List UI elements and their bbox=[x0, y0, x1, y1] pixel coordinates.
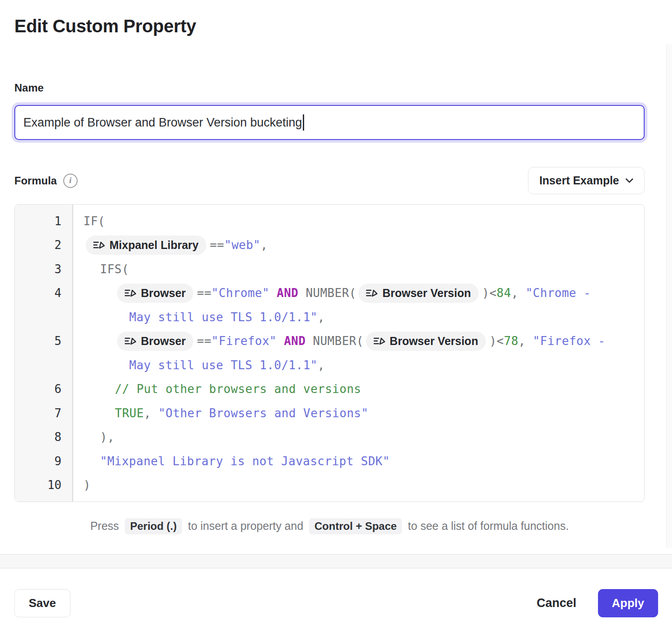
property-pill-label: Browser Version bbox=[382, 287, 471, 300]
property-pill[interactable]: Browser bbox=[117, 332, 193, 351]
code-line: May still use TLS 1.0/1.1", bbox=[129, 310, 325, 324]
name-input[interactable]: Example of Browser and Browser Version b… bbox=[14, 105, 645, 140]
scrollbar-track[interactable] bbox=[666, 44, 672, 548]
line-number: 3 bbox=[15, 262, 72, 276]
code-row: 3IFS( bbox=[15, 257, 644, 281]
code-line: // Put other browsers and versions bbox=[115, 382, 361, 396]
code-token: "Mixpanel Library is not Javascript SDK" bbox=[100, 454, 390, 468]
line-number: 5 bbox=[15, 334, 72, 348]
code-row: 2Mixpanel Library=="web", bbox=[15, 233, 644, 258]
hint-text: to insert a property and bbox=[188, 520, 303, 532]
code-row: 6// Put other browsers and versions bbox=[15, 377, 644, 402]
edit-custom-property-dialog: Edit Custom Property Name Example of Bro… bbox=[0, 0, 672, 629]
code-token: "Other Browsers and Versions" bbox=[158, 406, 368, 420]
code-line: ), bbox=[100, 430, 114, 444]
code-line: Browser=="Firefox" AND NUMBER(Browser Ve… bbox=[115, 332, 605, 351]
code-row: 5Browser=="Firefox" AND NUMBER(Browser V… bbox=[15, 329, 644, 354]
property-pill-label: Browser Version bbox=[390, 335, 478, 348]
property-pill-label: Browser bbox=[141, 287, 186, 300]
code-token: AND bbox=[270, 286, 306, 300]
line-number: 7 bbox=[15, 406, 72, 420]
code-token: NUMBER( bbox=[305, 286, 356, 300]
text-caret bbox=[303, 114, 304, 131]
code-line: Mixpanel Library=="web", bbox=[83, 236, 268, 255]
code-line: IF( bbox=[83, 214, 105, 228]
code-token: 84 bbox=[497, 286, 511, 300]
code-token: "Chrome" bbox=[211, 286, 269, 300]
code-line: Browser=="Chrome" AND NUMBER(Browser Ver… bbox=[115, 284, 591, 303]
code-token: // Put other browsers and versions bbox=[115, 382, 361, 396]
insert-example-button[interactable]: Insert Example bbox=[528, 167, 645, 194]
code-line: "Mixpanel Library is not Javascript SDK" bbox=[100, 454, 390, 468]
section-divider-band bbox=[0, 554, 672, 568]
kbd-control-space: Control + Space bbox=[309, 518, 402, 534]
line-number: 8 bbox=[15, 430, 72, 444]
hint-text: to see a list of formula functions. bbox=[408, 520, 569, 532]
property-icon bbox=[374, 336, 385, 345]
code-row: 4Browser=="Chrome" AND NUMBER(Browser Ve… bbox=[15, 281, 644, 306]
code-token: IFS( bbox=[100, 262, 129, 276]
code-token: )< bbox=[482, 286, 497, 300]
property-pill[interactable]: Browser bbox=[117, 284, 193, 303]
code-row: 9"Mixpanel Library is not Javascript SDK… bbox=[15, 449, 644, 473]
code-rows: 1IF(2Mixpanel Library=="web",3IFS(4Brows… bbox=[15, 205, 644, 497]
property-icon bbox=[366, 288, 378, 297]
formula-editor[interactable]: 1IF(2Mixpanel Library=="web",3IFS(4Brows… bbox=[14, 204, 645, 502]
save-button[interactable]: Save bbox=[14, 589, 70, 617]
line-number: 10 bbox=[15, 478, 72, 492]
code-token: , bbox=[519, 334, 533, 348]
editor-hint: Press Period (.) to insert a property an… bbox=[14, 518, 645, 534]
cancel-button[interactable]: Cancel bbox=[534, 596, 579, 611]
line-number: 1 bbox=[15, 214, 72, 228]
code-line: May still use TLS 1.0/1.1", bbox=[129, 358, 325, 372]
code-row: 7TRUE, "Other Browsers and Versions" bbox=[15, 401, 644, 425]
code-row: 8), bbox=[15, 425, 644, 450]
dialog-footer: Save Cancel Apply bbox=[0, 568, 672, 617]
code-token: "web" bbox=[224, 238, 261, 252]
formula-label: Formula bbox=[14, 175, 57, 187]
chevron-down-icon bbox=[625, 178, 633, 183]
property-pill-label: Browser bbox=[141, 335, 186, 348]
code-token: IF( bbox=[83, 214, 105, 228]
code-line: ) bbox=[83, 478, 91, 492]
insert-example-label: Insert Example bbox=[539, 174, 619, 187]
code-token: , bbox=[318, 358, 325, 372]
code-token: "Firefox - bbox=[533, 334, 606, 348]
code-token: ), bbox=[100, 430, 114, 444]
code-token: "Chrome - bbox=[526, 286, 591, 300]
code-token: )< bbox=[489, 334, 504, 348]
code-token: TRUE bbox=[115, 406, 144, 420]
name-label: Name bbox=[14, 82, 645, 94]
page-title: Edit Custom Property bbox=[14, 15, 645, 37]
code-token: May still use TLS 1.0/1.1" bbox=[129, 358, 318, 372]
code-token: AND bbox=[277, 334, 313, 348]
line-number: 9 bbox=[15, 454, 72, 468]
code-token: == bbox=[197, 286, 211, 300]
line-number: 4 bbox=[15, 286, 72, 300]
code-token: NUMBER( bbox=[313, 334, 364, 348]
code-token: == bbox=[197, 334, 211, 348]
code-row: 10) bbox=[15, 473, 644, 498]
property-pill[interactable]: Mixpanel Library bbox=[86, 236, 206, 255]
apply-button[interactable]: Apply bbox=[598, 589, 658, 617]
code-token: , bbox=[318, 310, 325, 324]
code-token: May still use TLS 1.0/1.1" bbox=[129, 310, 318, 324]
property-pill[interactable]: Browser Version bbox=[366, 332, 486, 351]
code-token: ) bbox=[83, 478, 91, 492]
code-token: , bbox=[144, 406, 158, 420]
name-input-value: Example of Browser and Browser Version b… bbox=[23, 116, 302, 130]
code-token: "Firefox" bbox=[211, 334, 276, 348]
code-token: , bbox=[511, 286, 525, 300]
property-pill[interactable]: Browser Version bbox=[358, 284, 478, 303]
hint-text: Press bbox=[90, 520, 119, 532]
code-row: May still use TLS 1.0/1.1", bbox=[15, 353, 644, 377]
line-number: 2 bbox=[15, 238, 72, 252]
code-token: 78 bbox=[504, 334, 518, 348]
code-row: 1IF( bbox=[15, 209, 644, 233]
code-token: == bbox=[210, 238, 224, 252]
line-number: 6 bbox=[15, 382, 72, 396]
code-line: IFS( bbox=[100, 262, 129, 276]
kbd-period: Period (.) bbox=[125, 518, 182, 534]
info-icon[interactable]: i bbox=[63, 174, 78, 188]
code-line: TRUE, "Other Browsers and Versions" bbox=[115, 406, 368, 420]
